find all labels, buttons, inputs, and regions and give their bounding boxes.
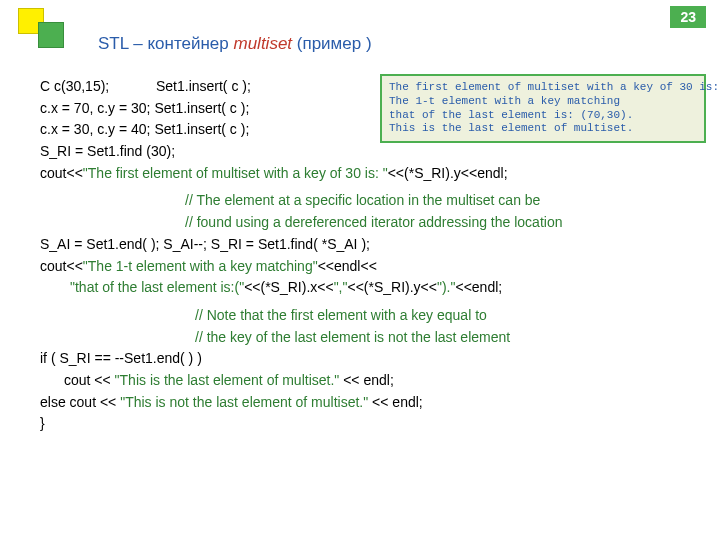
code-string: "This is not the last element of multise… — [120, 394, 368, 410]
code-string: ")." — [437, 279, 456, 295]
title-part3: (пример ) — [292, 34, 372, 53]
code-line: S_AI = Set1.end( ); S_AI--; S_RI = Set1.… — [40, 234, 680, 256]
code-body: C c(30,15); Set1.insert( c ); c.x = 70, … — [40, 76, 680, 435]
code-line: else cout << — [40, 394, 120, 410]
logo-icon — [18, 8, 64, 54]
code-line: c.x = 30, c.y = 40; Set1.insert( c ); — [40, 119, 680, 141]
code-comment: // the key of the last element is not th… — [40, 327, 680, 349]
code-string: "The 1-t element with a key matching" — [83, 258, 318, 274]
code-string: "The first element of multiset with a ke… — [83, 165, 388, 181]
code-line: cout<< — [40, 258, 83, 274]
code-string: "," — [334, 279, 348, 295]
code-comment: // The element at a specific location in… — [40, 190, 680, 212]
code-line: <<(*S_RI).y<<endl; — [388, 165, 508, 181]
code-line: S_RI = Set1.find (30); — [40, 141, 680, 163]
code-line: } — [40, 413, 680, 435]
page-number: 23 — [670, 6, 706, 28]
code-line: <<endl; — [455, 279, 502, 295]
title-part1: STL – контейнер — [98, 34, 234, 53]
code-line: Set1.insert( c ); — [156, 78, 251, 94]
code-string: "This is the last element of multiset." — [115, 372, 340, 388]
slide-title: STL – контейнер multiset (пример ) — [98, 34, 372, 54]
code-line: << endl; — [339, 372, 394, 388]
code-comment: // Note that the first element with a ke… — [40, 305, 680, 327]
code-line: cout<< — [40, 165, 83, 181]
code-line: <<(*S_RI).y<< — [347, 279, 437, 295]
title-part2: multiset — [234, 34, 293, 53]
code-line: << endl; — [368, 394, 423, 410]
code-line: c.x = 70, c.y = 30; Set1.insert( c ); — [40, 98, 680, 120]
code-comment: // found using a dereferenced iterator a… — [40, 212, 680, 234]
code-line: if ( S_RI == --Set1.end( ) ) — [40, 348, 680, 370]
code-string: "that of the last element is:(" — [70, 279, 244, 295]
code-line: C c(30,15); — [40, 78, 109, 94]
code-line: cout << — [64, 372, 115, 388]
code-line: <<(*S_RI).x<< — [244, 279, 334, 295]
code-line: <<endl<< — [318, 258, 377, 274]
